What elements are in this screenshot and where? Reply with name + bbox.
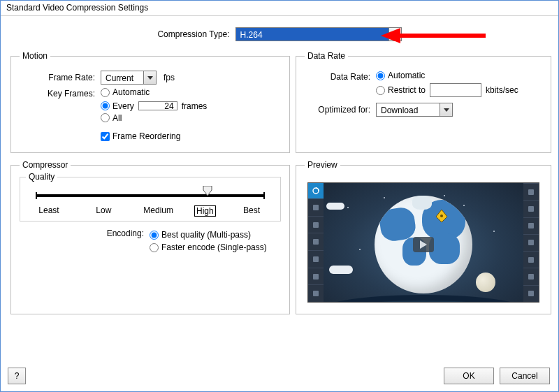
dr-restrict-value-input[interactable] <box>430 83 481 97</box>
kf-every-value-input[interactable] <box>138 101 177 110</box>
kf-all-label: All <box>112 113 122 123</box>
preview-group: Preview <box>296 160 551 314</box>
window-title: Standard Video Compression Settings <box>1 1 558 16</box>
quality-ticks: Least Low Medium High Best <box>30 205 270 217</box>
svg-marker-3 <box>147 76 153 80</box>
frame-rate-label: Frame Rate: <box>20 73 96 82</box>
preview-tool-icon[interactable] <box>523 234 539 251</box>
compression-type-value: H.264 <box>236 28 389 41</box>
preview-tool-icon[interactable] <box>523 217 539 234</box>
encoding-faster-radio[interactable]: Faster encode (Single-pass) <box>150 242 267 252</box>
encoding-best-radio[interactable]: Best quality (Multi-pass) <box>150 230 267 240</box>
quality-slider-box: Quality Least Low Medium High Best <box>20 177 281 222</box>
quality-slider[interactable] <box>36 191 265 198</box>
preview-left-toolbar <box>308 183 324 302</box>
optimized-for-combo[interactable]: Download <box>376 103 453 117</box>
slider-thumb-icon[interactable] <box>202 186 213 196</box>
dialog-footer: ? OK Cancel <box>8 368 550 384</box>
svg-marker-4 <box>444 108 449 112</box>
dialog-window: Standard Video Compression Settings Comp… <box>0 0 559 392</box>
preview-tool-icon[interactable] <box>523 285 539 302</box>
frame-rate-combo[interactable]: Current <box>101 71 157 85</box>
dr-automatic-radio[interactable]: Automatic <box>376 71 542 80</box>
preview-tool-icon[interactable] <box>308 268 324 285</box>
play-icon[interactable] <box>413 237 434 252</box>
preview-tool-icon[interactable] <box>523 251 539 268</box>
map-marker-icon <box>435 210 448 227</box>
preview-tool-icon[interactable] <box>308 198 324 216</box>
svg-marker-5 <box>203 186 212 196</box>
motion-legend: Motion <box>20 51 50 61</box>
chevron-down-icon[interactable] <box>143 71 156 84</box>
data-rate-group: Data Rate Data Rate: Automatic Restrict … <box>296 51 551 153</box>
preview-stage <box>324 183 523 302</box>
preview-tool-icon[interactable] <box>308 216 324 233</box>
frame-rate-value: Current <box>101 71 143 84</box>
quality-tick-medium: Medium <box>140 205 177 217</box>
help-button[interactable]: ? <box>8 368 26 384</box>
svg-marker-0 <box>392 33 398 36</box>
dr-restrict-unit: kbits/sec <box>486 85 518 95</box>
compression-type-label: Compression Type: <box>157 29 229 39</box>
optimized-for-value: Download <box>377 103 440 116</box>
motion-group: Motion Frame Rate: Current fps Key Frame… <box>10 51 290 153</box>
preview-tool-icon[interactable] <box>308 250 324 268</box>
frame-rate-unit: fps <box>164 73 175 82</box>
encoding-faster-label: Faster encode (Single-pass) <box>161 242 267 252</box>
quality-tick-least: Least <box>30 205 68 217</box>
data-rate-label: Data Rate: <box>305 71 372 82</box>
preview-right-toolbar <box>523 183 539 302</box>
compressor-legend: Compressor <box>20 160 71 170</box>
kf-every-unit: frames <box>182 101 208 111</box>
ok-button[interactable]: OK <box>444 368 494 384</box>
preview-frame <box>307 182 539 303</box>
compression-type-row: Compression Type: H.264 <box>10 23 549 51</box>
dr-restrict-label: Restrict to <box>388 85 426 95</box>
preview-app-icon <box>308 183 324 198</box>
svg-point-7 <box>440 215 443 217</box>
chevron-down-icon[interactable] <box>389 28 401 41</box>
quality-legend: Quality <box>26 172 57 182</box>
compressor-group: Compressor Quality Least Low Medium High <box>10 160 290 314</box>
encoding-label: Encoding: <box>68 228 145 238</box>
preview-tool-icon[interactable] <box>523 183 539 200</box>
kf-all-radio[interactable]: All <box>101 113 122 123</box>
encoding-best-label: Best quality (Multi-pass) <box>161 230 251 240</box>
dr-automatic-label: Automatic <box>388 71 425 80</box>
dr-restrict-radio[interactable]: Restrict to <box>376 85 426 95</box>
compression-type-combo[interactable]: H.264 <box>235 27 402 41</box>
quality-tick-best: Best <box>233 205 270 217</box>
chevron-down-icon[interactable] <box>440 103 452 116</box>
preview-tool-icon[interactable] <box>308 284 324 302</box>
quality-tick-low: Low <box>85 205 122 217</box>
svg-marker-8 <box>420 240 427 249</box>
preview-legend: Preview <box>305 160 340 170</box>
dialog-content: Compression Type: H.264 Motion <box>1 16 558 320</box>
cancel-button[interactable]: Cancel <box>500 368 550 384</box>
key-frames-label: Key Frames: <box>20 87 96 99</box>
frame-reordering-label: Frame Reordering <box>112 131 180 141</box>
kf-automatic-label: Automatic <box>112 87 150 97</box>
quality-tick-high: High <box>194 205 216 217</box>
preview-tool-icon[interactable] <box>308 233 324 250</box>
data-rate-legend: Data Rate <box>305 51 348 61</box>
frame-reordering-checkbox[interactable]: Frame Reordering <box>101 131 281 141</box>
kf-every-label: Every <box>112 101 134 111</box>
kf-every-radio[interactable]: Every <box>101 101 134 111</box>
kf-automatic-radio[interactable]: Automatic <box>101 87 150 97</box>
optimized-for-label: Optimized for: <box>305 105 372 115</box>
preview-tool-icon[interactable] <box>523 268 539 284</box>
preview-tool-icon[interactable] <box>523 200 539 217</box>
